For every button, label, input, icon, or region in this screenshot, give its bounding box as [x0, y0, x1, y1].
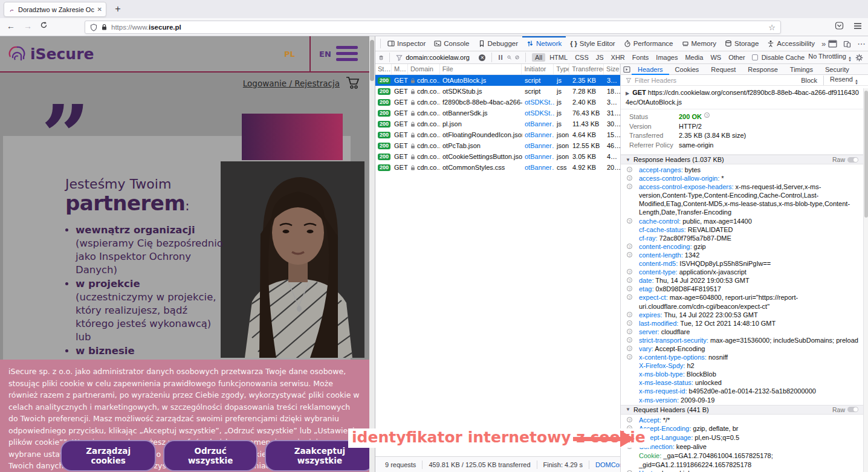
response-headers-section[interactable]: ▼ Response Headers (1.037 KB) Raw	[621, 155, 863, 164]
pause-traffic-icon[interactable]: II	[498, 54, 503, 61]
block-url-button[interactable]: Block	[801, 77, 817, 84]
network-request-row[interactable]: 200GETcdn.co…otCommonStyles.cssotBanner……	[375, 162, 620, 173]
network-request-row[interactable]: 200GETcdn.co…otCookieSettingsButton.json…	[375, 151, 620, 162]
info-icon[interactable]: ?	[627, 244, 632, 249]
header-row[interactable]: ?x-content-type-options: nosniff	[621, 353, 863, 361]
info-icon[interactable]: ?	[627, 329, 632, 334]
tool-tab-accessibility[interactable]: Accessibility	[763, 36, 819, 51]
header-row[interactable]: Cookie: _ga=GA1.2.704861004.1657825178; …	[621, 451, 863, 470]
network-request-row[interactable]: 200GETcdn.co…otPcTab.jsonotBanner…json12…	[375, 140, 620, 151]
clear-requests-icon[interactable]	[379, 54, 383, 62]
header-name[interactable]: content-type:	[639, 268, 678, 276]
login-register-link[interactable]: Logowanie / Rejestracja	[243, 79, 340, 88]
header-name[interactable]: expires:	[639, 311, 662, 318]
details-tab-timings[interactable]: Timings	[784, 64, 819, 75]
header-name[interactable]: Host:	[639, 470, 655, 472]
filter-headers-input[interactable]: Filter Headers	[635, 77, 798, 84]
meatball-menu-icon[interactable]: ⋯	[857, 39, 866, 48]
info-icon[interactable]: ?	[627, 252, 632, 257]
page-scrollbar-thumb[interactable]	[370, 40, 374, 81]
header-name[interactable]: vary:	[639, 345, 653, 352]
type-filter-images[interactable]: Images	[653, 53, 681, 62]
type-filter-css[interactable]: CSS	[572, 53, 592, 62]
network-request-row[interactable]: 200GETcdn.co…otSDKStub.jsscriptjs7.28 KB…	[375, 86, 620, 97]
header-row[interactable]: ?cache-control: public, max-age=14400	[621, 217, 863, 225]
info-icon[interactable]: ?	[627, 167, 632, 172]
type-filter-ws[interactable]: WS	[707, 53, 724, 62]
header-name[interactable]: Accept:	[639, 416, 661, 424]
disable-cache-checkbox[interactable]	[752, 54, 758, 60]
more-tools-icon[interactable]: »	[819, 40, 828, 48]
network-request-row[interactable]: 200GETcdn.co…OtAutoBlock.jsscriptjs2.35 …	[375, 75, 620, 86]
initiator-cell[interactable]: otSDKSt…	[522, 109, 554, 117]
network-settings-gear-icon[interactable]	[855, 54, 863, 62]
header-name[interactable]: content-md5:	[639, 260, 678, 267]
initiator-cell[interactable]: otBanner…	[522, 164, 554, 171]
column-header-1[interactable]: M…	[392, 64, 408, 74]
details-tab-cookies[interactable]: Cookies	[669, 64, 705, 75]
type-filter-xhr[interactable]: XHR	[608, 53, 628, 62]
details-scrollbar-thumb[interactable]	[864, 91, 868, 218]
column-header-6[interactable]: Transferred	[569, 64, 604, 74]
header-name[interactable]: x-ms-request-id:	[639, 387, 687, 395]
site-logo[interactable]: iSecure	[7, 44, 94, 64]
info-icon[interactable]: ?	[627, 312, 632, 317]
header-row[interactable]: ?date: Thu, 14 Jul 2022 19:00:53 GMT	[621, 276, 863, 285]
tool-tab-console[interactable]: Console	[430, 36, 473, 51]
collapse-triangle-icon[interactable]: ▼	[626, 157, 630, 163]
header-row[interactable]: x-ms-lease-status: unlocked	[621, 378, 863, 387]
header-name[interactable]: Cookie:	[639, 452, 661, 459]
header-row[interactable]: ?server: cloudflare	[621, 328, 863, 336]
header-name[interactable]: accept-ranges:	[639, 166, 683, 173]
block-request-icon[interactable]	[515, 54, 519, 61]
menu-icon[interactable]	[853, 22, 862, 30]
shield-icon[interactable]	[90, 24, 97, 31]
details-tab-request[interactable]: Request	[705, 64, 742, 75]
tool-tab-style-editor[interactable]: { }Style Editor	[566, 36, 619, 51]
info-icon[interactable]: ?	[627, 337, 632, 343]
request-headers-section[interactable]: ▼ Request Headers (441 B) Raw	[621, 405, 863, 415]
info-icon[interactable]: ?	[627, 184, 632, 189]
raw-toggle[interactable]	[847, 407, 858, 412]
throttling-select[interactable]: No Throttling ▲▼	[808, 53, 852, 62]
initiator-cell[interactable]: otBanner…	[522, 142, 554, 149]
header-row[interactable]: ?strict-transport-security: max-age=3153…	[621, 336, 863, 344]
dock-layout-icon[interactable]	[828, 40, 837, 48]
header-name[interactable]: access-control-allow-origin:	[639, 175, 719, 182]
network-table-header[interactable]: St…M…DomainFileInitiatorTypeTransferredS…	[375, 64, 620, 75]
cart-icon[interactable]	[346, 76, 360, 89]
initiator-cell[interactable]: otBanner…	[522, 120, 554, 128]
column-header-0[interactable]: St…	[375, 64, 392, 74]
header-name[interactable]: access-control-expose-headers:	[639, 183, 734, 190]
header-name[interactable]: last-modified:	[639, 320, 678, 327]
header-row[interactable]: ?access-control-allow-origin: *	[621, 174, 863, 183]
info-icon[interactable]: ?	[627, 218, 632, 224]
header-row[interactable]: ?access-control-expose-headers: x-ms-req…	[621, 183, 863, 216]
lock-icon[interactable]	[101, 24, 108, 31]
bookmark-star-icon[interactable]: ☆	[768, 23, 776, 32]
column-header-2[interactable]: Domain	[408, 64, 440, 74]
header-row[interactable]: x-ms-version: 2009-09-19	[621, 396, 863, 404]
collapse-triangle-icon[interactable]: ▼	[626, 407, 630, 412]
network-request-row[interactable]: 200GETcdn.co…otFloatingRoundedIcon.jsono…	[375, 129, 620, 140]
header-row[interactable]: ?etag: 0x8D98D8F4F819517	[621, 285, 863, 293]
header-row[interactable]: ?content-encoding: gzip	[621, 242, 863, 251]
header-row[interactable]: ?Accept: */*	[621, 416, 863, 425]
network-request-row[interactable]: 200GETcdn.co…pl.jsonotBanner…js11.43 KB3…	[375, 118, 620, 129]
reload-button[interactable]	[37, 21, 50, 31]
info-icon[interactable]: ?	[627, 269, 632, 274]
type-filter-js[interactable]: JS	[593, 53, 607, 62]
header-name[interactable]: cf-cache-status:	[639, 226, 686, 233]
header-row[interactable]: ?Connection: keep-alive	[621, 442, 863, 451]
forward-button[interactable]: →	[22, 21, 34, 31]
info-icon[interactable]: ?	[627, 294, 632, 300]
header-row[interactable]: ?accept-ranges: bytes	[621, 166, 863, 174]
header-name[interactable]: content-length:	[639, 251, 683, 259]
column-header-5[interactable]: Type	[554, 64, 569, 74]
details-tab-response[interactable]: Response	[742, 64, 784, 75]
resend-button[interactable]: Resend ▲▼	[830, 76, 858, 85]
header-name[interactable]: server:	[639, 328, 659, 335]
type-filter-media[interactable]: Media	[682, 53, 706, 62]
header-name[interactable]: x-ms-lease-status:	[639, 379, 693, 386]
header-row[interactable]: ?expect-ct: max-age=604800, report-uri="…	[621, 293, 863, 310]
